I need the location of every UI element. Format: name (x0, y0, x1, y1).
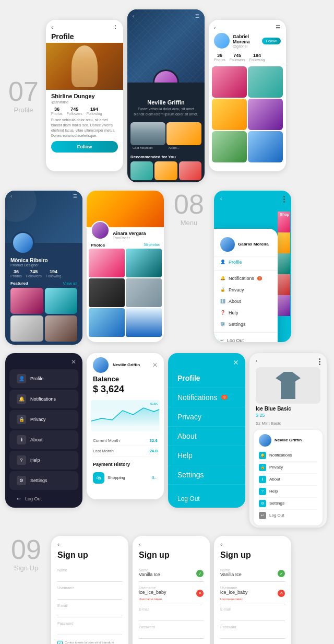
product-image (256, 367, 320, 404)
profile1-info: Shirline Dungey @shirline 36 Photos 745 … (46, 90, 123, 155)
phone-signup2: ‹ Sign up Name Vanilla Ice ✓ Username ic… (133, 536, 210, 644)
neville-back[interactable]: ‹ (133, 14, 134, 19)
cyan-item-notifications[interactable]: Notifications 8 (168, 388, 245, 407)
payment-label-shopping: Shopping (108, 475, 125, 480)
dark-logout[interactable]: ↩ Log Out (9, 491, 78, 506)
profile1-menu[interactable]: ⋮ (113, 25, 118, 30)
section-row2: ‹ ☰ Mônica Ribeiro Product Designer 36 P… (0, 186, 334, 349)
signup3-email-field: E-mail (220, 605, 285, 621)
gm-item-help[interactable]: ❓ Help (214, 307, 278, 319)
pc-item-about[interactable]: ℹAbout (259, 474, 317, 486)
gm-item-privacy[interactable]: 🔒 Privacy (214, 284, 278, 296)
monica-top-bar: ‹ ☰ (5, 194, 82, 199)
gabriel-back[interactable]: ‹ (214, 25, 216, 31)
dark-item-notifications[interactable]: 🔔 Notifications (9, 390, 78, 408)
product-back[interactable]: ‹ (256, 358, 257, 365)
gabriel-menu[interactable]: ☰ (276, 24, 281, 31)
cyan-item-help[interactable]: Help (168, 446, 245, 465)
cyan-logout[interactable]: Log Out (168, 490, 245, 508)
signup1-password-input[interactable] (57, 625, 122, 633)
balance-title: Balance (93, 375, 158, 383)
phone-monica: ‹ ☰ Mônica Ribeiro Product Designer 36 P… (5, 191, 82, 345)
signup3-back[interactable]: ‹ (220, 541, 222, 547)
signup1-checkbox[interactable]: ✓ (57, 641, 63, 644)
signup2-password-input[interactable] (139, 629, 204, 636)
neville-info: Neville Griffin Fusce vehicula dolor arc… (127, 83, 205, 122)
gm-item-settings[interactable]: ⚙️ Settings (214, 319, 278, 330)
monica-featured-grid (10, 288, 77, 342)
phone-gabriel-menu: Shop ‹ Gabriel Moreira � (214, 191, 291, 342)
monica-featured-label: Featured View all (10, 281, 77, 286)
gm-item-profile[interactable]: 👤 Profile (214, 256, 278, 268)
pc-item-privacy[interactable]: 🔒Privacy (259, 462, 317, 474)
balance-avatar (93, 357, 109, 373)
ainara-avatar (91, 221, 110, 240)
gabriel-follow-btn[interactable]: Follow (262, 38, 281, 44)
phone-profile-shirline: ‹ ⋮ Profile Shirline Dungey @shirline 36… (46, 20, 123, 171)
ai-img-4 (126, 278, 162, 307)
neville-photos-grid: Cold Mountain Aperit... (127, 122, 205, 153)
pc-owner-name: Neville Griffin (275, 438, 302, 442)
gm-avatar (220, 237, 235, 252)
signup3-password-input[interactable] (220, 629, 285, 636)
dark-privacy-icon: 🔒 (17, 415, 26, 424)
payment-history-label: Payment History (87, 459, 164, 470)
profile1-back[interactable]: ‹ (51, 24, 53, 30)
signup3-email-input[interactable] (220, 611, 285, 618)
cyan-item-about[interactable]: About (168, 427, 245, 446)
ai-img-3 (89, 278, 125, 307)
dark-item-privacy[interactable]: 🔒 Privacy (9, 410, 78, 429)
balance-close-btn[interactable]: ✕ (152, 361, 158, 369)
gabriel-stat-following: 194 Following (249, 53, 265, 62)
phone-gabriel-moreira: ‹ ☰ Gabriel Moreira @gabriel Follow 36 P… (209, 20, 286, 171)
pc-logout[interactable]: ↩ Log Out (259, 510, 317, 521)
gabriel-menu-top: ‹ (214, 191, 291, 208)
dark-close-btn[interactable]: ✕ (71, 358, 76, 366)
profile1-handle: @shirline (51, 100, 118, 104)
gabriel-menu-back[interactable]: ‹ (220, 196, 222, 203)
gm-item-notifications[interactable]: 🔔 Notifications 8 (214, 273, 278, 284)
dark-item-settings[interactable]: ⚙ Settings (9, 471, 78, 490)
signup1-email-field: E-mail (57, 602, 122, 617)
pc-item-help[interactable]: ?Help (259, 486, 317, 498)
dark-item-profile[interactable]: 👤 Profile (9, 369, 78, 388)
gm-item-about[interactable]: ℹ️ About (214, 296, 278, 307)
balance-chart-svg (91, 400, 160, 426)
section-08-label: 08 Menu (168, 191, 210, 227)
pc-item-notifications[interactable]: 🔔Notifications (259, 450, 317, 462)
gm-logout[interactable]: ↩ Log Out (214, 335, 278, 342)
product-menu-dots[interactable] (319, 358, 320, 365)
neville-name: Neville Griffin (133, 99, 199, 106)
dark-item-help[interactable]: ? Help (9, 451, 78, 470)
name-valid-icon: ✓ (196, 570, 204, 577)
signup1-email-input[interactable] (57, 607, 122, 615)
dark-help-icon: ? (17, 455, 26, 465)
g-img-6 (248, 131, 283, 162)
monica-back[interactable]: ‹ (10, 194, 12, 199)
signup2-email-input[interactable] (139, 611, 204, 618)
signup1-username-input[interactable] (57, 590, 122, 597)
mf-img-2 (45, 288, 78, 314)
pc-item-settings[interactable]: ⚙Settings (259, 498, 317, 510)
gm-name: Gabriel Moreira (238, 242, 269, 247)
monica-avatar (11, 231, 34, 254)
signup2-back[interactable]: ‹ (139, 541, 141, 547)
signup1-back[interactable]: ‹ (57, 541, 59, 547)
cyan-item-profile[interactable]: Profile (168, 369, 245, 388)
monica-stats: 36 Photos 745 Followers 194 Following (10, 269, 77, 278)
neville-menu[interactable]: ☰ (195, 14, 199, 19)
gabriel-menu-dots[interactable] (283, 196, 285, 203)
phone-signup1: ‹ Sign up Name Username E-mail Password … (51, 536, 128, 644)
gabriel-name-block: Gabriel Moreira @gabriel (233, 34, 259, 48)
ainara-handle: TronRacer (113, 236, 146, 240)
dark-item-about[interactable]: ℹ About (9, 430, 78, 449)
follow-button[interactable]: Follow (51, 141, 118, 153)
signup1-username-field: Username (57, 584, 122, 600)
monica-menu[interactable]: ☰ (73, 194, 77, 199)
cyan-item-privacy[interactable]: Privacy (168, 407, 245, 427)
section-09-number: 09 (11, 536, 41, 563)
cyan-close-btn[interactable]: ✕ (233, 358, 239, 367)
gabriel-grid (209, 64, 286, 165)
signup1-name-input[interactable] (57, 572, 122, 579)
cyan-item-settings[interactable]: Settings (168, 465, 245, 485)
